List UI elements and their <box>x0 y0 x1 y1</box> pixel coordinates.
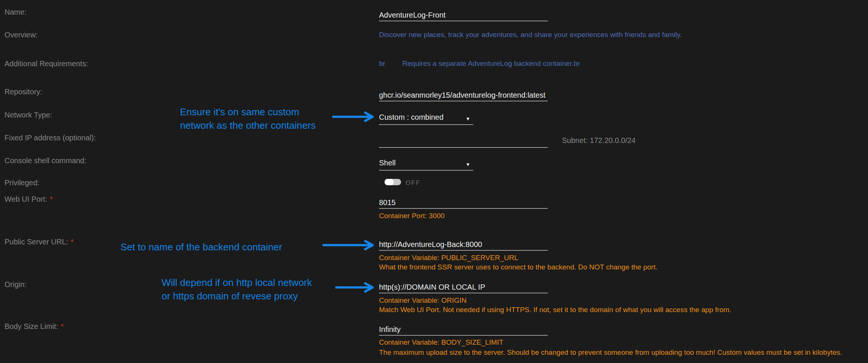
subnet-note: Subnet: 172.20.0.0/24 <box>562 136 636 145</box>
privileged-label: Privileged: <box>4 179 39 187</box>
name-label-text: Name: <box>4 8 27 16</box>
origin-annotation: Will depend if on http local network or … <box>162 276 312 303</box>
console-shell-selected-value: Shell <box>379 159 395 167</box>
additional-requirements-label-text: Additional Requirements: <box>4 60 88 68</box>
public-server-url-input[interactable] <box>379 239 548 251</box>
network-type-label-text: Network Type: <box>4 111 52 119</box>
repository-label: Repository: <box>4 88 42 96</box>
public-server-url-description-help: What the frontend SSR server uses to con… <box>379 263 657 271</box>
origin-description-help: Match Web UI Port. Not needed if using H… <box>379 306 731 314</box>
public-server-url-variable-help: Container Variable: PUBLIC_SERVER_URL <box>379 254 518 262</box>
public-server-url-annotation-line1: Set to name of the backend container <box>120 240 282 254</box>
web-ui-port-label: Web UI Port:* <box>4 195 53 203</box>
additional-requirements-label: Additional Requirements: <box>4 60 88 68</box>
name-input[interactable] <box>379 9 548 21</box>
repository-label-text: Repository: <box>4 88 42 96</box>
privileged-label-text: Privileged: <box>4 179 39 187</box>
right-arrow-icon <box>332 111 374 123</box>
public-server-url-label-text: Public Server URL: <box>4 238 68 246</box>
body-size-limit-variable-help: Container Variable: BODY_SIZE_LIMIT <box>379 338 503 347</box>
console-shell-select[interactable]: Shell ▼ <box>379 158 473 171</box>
network-annotation-line2: network as the other containers <box>180 119 316 132</box>
name-label: Name: <box>4 8 27 16</box>
fixed-ip-input[interactable] <box>379 136 548 148</box>
body-size-limit-label: Body Size Limit:* <box>4 322 64 330</box>
required-asterisk: * <box>61 322 64 330</box>
dropdown-caret-icon: ▼ <box>465 160 470 170</box>
origin-annotation-line2: or https domain of revese proxy <box>162 289 312 303</box>
right-arrow-icon <box>335 281 374 293</box>
origin-input[interactable] <box>379 281 548 293</box>
network-annotation: Ensure it's on same custom network as th… <box>180 105 316 132</box>
privileged-toggle[interactable] <box>385 179 401 185</box>
network-type-select[interactable]: Custom : combined ▼ <box>379 112 473 125</box>
web-ui-port-input[interactable] <box>379 197 548 209</box>
required-asterisk: * <box>50 195 53 203</box>
additional-requirements-prefix: br <box>379 60 385 67</box>
repository-input[interactable] <box>379 89 548 101</box>
overview-label: Overview: <box>4 31 38 39</box>
console-shell-label: Console shell command: <box>4 156 86 165</box>
body-size-limit-label-text: Body Size Limit: <box>4 322 58 330</box>
network-annotation-line1: Ensure it's on same custom <box>180 105 316 119</box>
public-server-url-label: Public Server URL:* <box>4 238 74 246</box>
origin-annotation-line1: Will depend if on http local network <box>162 276 312 289</box>
right-arrow-icon <box>323 239 374 251</box>
web-ui-port-help: Container Port: 3000 <box>379 212 444 220</box>
fixed-ip-label-text: Fixed IP address (optional): <box>4 134 96 142</box>
origin-label-text: Origin: <box>4 280 27 289</box>
fixed-ip-label: Fixed IP address (optional): <box>4 134 96 142</box>
overview-text: Discover new places, track your adventur… <box>379 31 682 39</box>
privileged-toggle-state: OFF <box>406 179 421 187</box>
origin-label: Origin: <box>4 280 27 289</box>
privileged-toggle-knob <box>385 179 394 185</box>
origin-variable-help: Container Variable: ORIGIN <box>379 296 467 305</box>
required-asterisk: * <box>71 238 74 246</box>
additional-requirements-body: Requires a separate AdventureLog backend… <box>402 60 580 67</box>
container-settings-page: Name: Overview: Additional Requirements:… <box>0 0 868 363</box>
body-size-limit-input[interactable] <box>379 324 548 336</box>
network-type-selected-value: Custom : combined <box>379 113 443 121</box>
overview-label-text: Overview: <box>4 31 38 39</box>
network-type-label: Network Type: <box>4 111 52 119</box>
dropdown-caret-icon: ▼ <box>465 114 470 124</box>
body-size-limit-description-help: The maximum upload size to the server. S… <box>379 348 842 357</box>
additional-requirements-text: brRequires a separate AdventureLog backe… <box>379 60 580 68</box>
public-server-url-annotation: Set to name of the backend container <box>120 240 282 254</box>
console-shell-label-text: Console shell command: <box>4 156 86 165</box>
web-ui-port-label-text: Web UI Port: <box>4 195 47 203</box>
